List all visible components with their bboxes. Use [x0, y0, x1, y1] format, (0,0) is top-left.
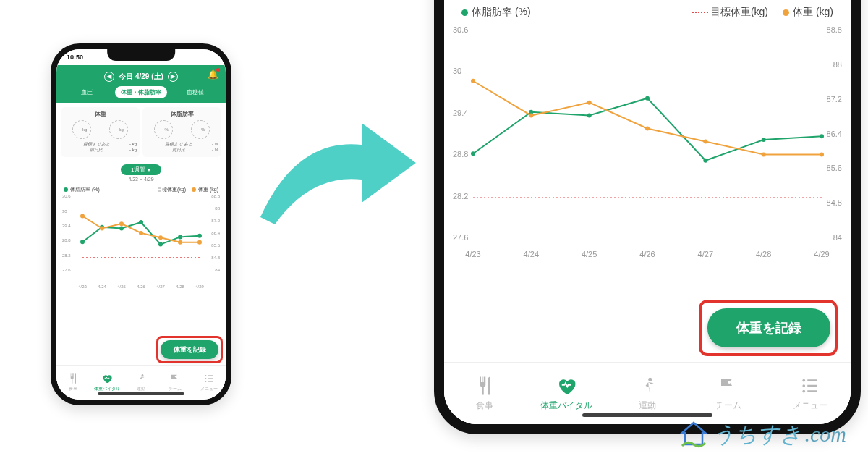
svg-point-24 — [471, 151, 475, 156]
svg-point-3 — [119, 227, 124, 231]
svg-point-10 — [119, 221, 124, 226]
home-indicator — [582, 413, 712, 417]
phone-mock-large: 体脂肪率 (%) 目標体重(kg) 体重 (kg) 27.628.228.829… — [434, 0, 861, 434]
screen-large: 体脂肪率 (%) 目標体重(kg) 体重 (kg) 27.628.228.829… — [444, 0, 851, 424]
dial-weight-2: --- kg — [109, 120, 128, 139]
svg-point-37 — [820, 152, 824, 156]
next-day-icon[interactable]: ▶ — [168, 72, 178, 82]
svg-point-31 — [471, 79, 475, 83]
svg-point-32 — [529, 114, 533, 118]
svg-rect-20 — [208, 378, 213, 379]
svg-point-29 — [762, 138, 766, 142]
summary-cards: 体重 --- kg --- kg 目標まで あと- kg 前日比- kg 体脂肪… — [56, 103, 226, 162]
arrow-icon — [253, 94, 420, 239]
svg-point-5 — [158, 242, 163, 247]
card-weight: 体重 --- kg --- kg 目標まで あと- kg 前日比- kg — [61, 107, 140, 158]
chart-legend-large: 体脂肪率 (%) 目標体重(kg) 体重 (kg) — [444, 3, 851, 26]
svg-point-36 — [762, 152, 766, 156]
svg-point-9 — [100, 227, 104, 231]
tab-blood-sugar[interactable]: 血糖値 — [170, 86, 221, 98]
svg-point-7 — [197, 234, 202, 238]
svg-point-1 — [80, 240, 85, 244]
period-range: 4/23 ~ 4/29 — [128, 177, 153, 182]
screen-small: 10:50 ◀ 今日 4/29 (土) ▶ 🔔 血圧 体重・体脂肪率 血糖値 体… — [56, 49, 226, 400]
dial-weight-1: --- kg — [72, 120, 91, 139]
tab-weight-bodyfat[interactable]: 体重・体脂肪率 — [115, 86, 166, 98]
nav-meal[interactable]: 食事 — [444, 363, 525, 424]
svg-point-30 — [820, 134, 824, 138]
chart-large: 27.628.228.829.43030.68484.885.686.487.2… — [453, 26, 842, 247]
svg-point-28 — [703, 159, 707, 163]
svg-point-33 — [587, 101, 592, 105]
svg-rect-18 — [208, 375, 213, 376]
record-weight-button[interactable]: 体重を記録 — [161, 340, 218, 359]
svg-point-12 — [158, 236, 163, 240]
svg-point-13 — [178, 240, 182, 245]
svg-point-17 — [205, 375, 206, 376]
category-tabs: 血圧 体重・体脂肪率 血糖値 — [56, 86, 226, 103]
nav-menu[interactable]: メニュー — [192, 366, 226, 400]
tab-blood-pressure[interactable]: 血圧 — [61, 86, 112, 98]
svg-point-21 — [205, 381, 206, 382]
chart-small: 27.628.228.829.43030.68484.885.686.487.2… — [62, 195, 220, 282]
svg-point-40 — [802, 379, 805, 382]
svg-rect-45 — [807, 390, 817, 392]
watermark-logo: うちすき.com — [678, 418, 846, 450]
app-header: ◀ 今日 4/29 (土) ▶ 🔔 — [56, 65, 226, 86]
dial-bodyfat-2: --- % — [191, 120, 210, 139]
svg-point-42 — [802, 384, 805, 387]
svg-point-44 — [802, 390, 805, 393]
svg-rect-22 — [208, 381, 213, 381]
period-selector: 1週間 4/23 ~ 4/29 — [56, 161, 226, 185]
status-bar: 10:50 — [56, 49, 226, 65]
svg-point-14 — [197, 240, 202, 245]
svg-point-38 — [648, 378, 652, 381]
svg-point-4 — [139, 220, 143, 224]
svg-point-8 — [80, 214, 85, 219]
svg-point-39 — [728, 381, 731, 384]
svg-point-11 — [139, 231, 143, 235]
svg-point-27 — [645, 96, 650, 101]
period-pill[interactable]: 1週間 — [121, 164, 161, 175]
svg-point-16 — [174, 376, 176, 377]
date-navigator[interactable]: ◀ 今日 4/29 (土) ▶ — [104, 72, 178, 82]
chart-legend-small: 体脂肪率 (%) 目標体重(kg) 体重 (kg) — [56, 185, 226, 195]
svg-point-34 — [645, 127, 650, 131]
dial-bodyfat-1: --- % — [154, 120, 173, 139]
card-weight-title: 体重 — [64, 110, 137, 118]
svg-point-35 — [703, 139, 707, 143]
prev-day-icon[interactable]: ◀ — [104, 72, 114, 82]
bell-icon[interactable]: 🔔 — [208, 69, 218, 80]
status-time: 10:50 — [67, 54, 83, 61]
svg-rect-41 — [807, 379, 817, 381]
svg-point-26 — [587, 114, 592, 118]
nav-meal[interactable]: 食事 — [56, 366, 90, 400]
svg-point-6 — [178, 235, 182, 240]
card-bodyfat-title: 体脂肪率 — [145, 110, 218, 118]
card-bodyfat: 体脂肪率 --- % --- % 目標まで あと- % 前日比- % — [142, 107, 221, 158]
svg-point-19 — [205, 378, 206, 379]
svg-rect-43 — [807, 385, 817, 387]
home-indicator — [98, 392, 184, 395]
svg-point-15 — [142, 374, 144, 376]
record-weight-button[interactable]: 体重を記録 — [707, 308, 830, 347]
nav-menu[interactable]: メニュー — [770, 363, 851, 424]
phone-mock-small: 10:50 ◀ 今日 4/29 (土) ▶ 🔔 血圧 体重・体脂肪率 血糖値 体… — [51, 43, 231, 405]
header-date: 今日 4/29 (土) — [119, 72, 163, 82]
house-icon — [678, 418, 710, 450]
